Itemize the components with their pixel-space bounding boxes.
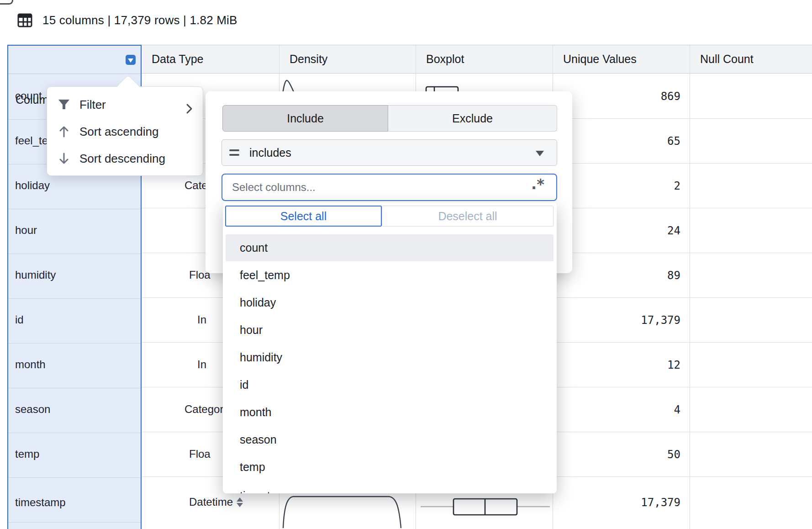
deselect-all-button[interactable]: Deselect all — [382, 206, 554, 227]
table-grid-icon — [17, 13, 32, 28]
arrow-down-icon — [58, 152, 70, 165]
data-type-label: Datetime — [189, 496, 233, 508]
filter-funnel-icon — [58, 99, 70, 111]
header-boxplot[interactable]: Boxplot — [426, 45, 464, 74]
select-columns-input[interactable]: Select columns... .* — [221, 174, 557, 201]
row-separator — [8, 433, 141, 433]
dropdown-item-temp[interactable]: temp — [226, 454, 554, 481]
data-type-cell: In — [197, 313, 206, 326]
dropdown-item-timestamp[interactable]: timestamp — [226, 482, 554, 493]
header-unique-values[interactable]: Unique Values — [563, 45, 637, 74]
sort-toggle-icon[interactable] — [237, 497, 243, 507]
data-type-cell: Categor — [185, 403, 223, 416]
row-separator — [8, 254, 141, 254]
dropdown-item-id[interactable]: id — [226, 371, 554, 398]
row-label[interactable]: hour — [15, 224, 37, 237]
operator-select[interactable]: includes — [221, 139, 557, 166]
column-dropdown-panel: Select all Deselect all count feel_temp … — [223, 202, 557, 493]
row-separator — [8, 522, 141, 523]
stats-bar: 15 columns | 17,379 rows | 1.82 MiB — [17, 13, 237, 28]
include-tab[interactable]: Include — [222, 105, 388, 132]
row-separator — [8, 388, 141, 388]
include-exclude-toggle: Include Exclude — [222, 105, 557, 132]
menu-item-sort-ascending[interactable]: Sort ascending — [47, 118, 203, 145]
unique-values-cell: 65 — [667, 135, 680, 148]
unique-values-cell: 89 — [667, 269, 680, 282]
row-label[interactable]: temp — [15, 448, 39, 460]
equals-icon — [229, 149, 239, 156]
header-null-count[interactable]: Null Count — [700, 45, 754, 74]
dropdown-item-feel-temp[interactable]: feel_temp — [226, 262, 554, 289]
row-separator — [8, 298, 141, 299]
dropdown-item-humidity[interactable]: humidity — [226, 344, 554, 371]
unique-values-cell: 4 — [674, 403, 680, 416]
dropdown-item-hour[interactable]: hour — [226, 317, 554, 344]
row-label[interactable]: count — [15, 90, 42, 102]
row-separator — [8, 477, 141, 478]
column-context-menu: Filter Sort ascending Sort descending — [47, 86, 203, 176]
operator-value: includes — [249, 146, 291, 159]
unique-values-cell: 17,379 — [641, 314, 680, 327]
arrow-up-icon — [58, 125, 70, 138]
unique-values-cell: 50 — [667, 448, 680, 461]
data-wrangler-summary-view: 15 columns | 17,379 rows | 1.82 MiB Data… — [0, 0, 812, 529]
header-separator — [8, 74, 141, 74]
header-density[interactable]: Density — [290, 45, 327, 74]
dropdown-item-count[interactable]: count — [226, 234, 554, 261]
unique-values-cell: 24 — [667, 224, 680, 237]
menu-item-label: Filter — [79, 98, 106, 112]
row-label[interactable]: humidity — [15, 269, 56, 281]
dropdown-item-month[interactable]: month — [226, 399, 554, 426]
unique-values-cell: 869 — [661, 90, 680, 103]
chevron-right-icon — [186, 103, 193, 116]
input-placeholder: Select columns... — [232, 181, 316, 194]
row-label[interactable]: season — [15, 403, 50, 416]
dataset-stats: 15 columns | 17,379 rows | 1.82 MiB — [42, 13, 237, 27]
menu-item-label: Sort descending — [79, 152, 165, 166]
dropdown-item-season[interactable]: season — [226, 426, 554, 453]
row-label[interactable]: timestamp — [15, 496, 66, 509]
header-data-type[interactable]: Data Type — [152, 45, 204, 74]
panel-corner-fragment — [0, 0, 13, 5]
menu-item-label: Sort ascending — [79, 125, 158, 139]
data-type-cell[interactable]: Datetime — [189, 496, 243, 508]
select-all-button[interactable]: Select all — [225, 206, 382, 227]
data-type-cell: Floa — [189, 448, 211, 460]
column-filter-button[interactable] — [126, 55, 136, 65]
filter-triangle-icon — [128, 58, 133, 63]
row-separator — [8, 343, 141, 344]
unique-values-cell: 17,379 — [641, 496, 680, 509]
column-border — [690, 45, 690, 529]
menu-item-filter[interactable]: Filter — [47, 91, 203, 118]
row-label[interactable]: id — [15, 313, 24, 326]
unique-values-cell: 2 — [674, 180, 680, 192]
row-label[interactable]: holiday — [15, 179, 50, 192]
chevron-down-icon — [536, 151, 544, 156]
data-type-cell: In — [197, 358, 206, 371]
row-separator — [8, 209, 141, 209]
unique-values-cell: 12 — [667, 359, 680, 371]
regex-icon[interactable]: .* — [531, 175, 544, 193]
dropdown-item-holiday[interactable]: holiday — [226, 289, 554, 316]
exclude-tab[interactable]: Exclude — [388, 105, 557, 132]
row-label[interactable]: month — [15, 358, 46, 371]
menu-item-sort-descending[interactable]: Sort descending — [47, 145, 203, 172]
